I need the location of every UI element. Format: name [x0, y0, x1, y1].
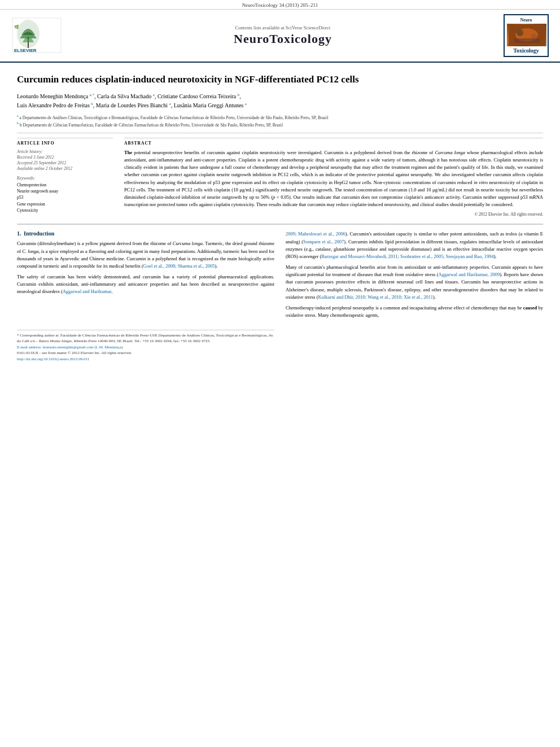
abstract-col: ABSTRACT The potential neuroprotective b…: [124, 138, 543, 217]
article-content: Curcumin reduces cisplatin-induced neuro…: [0, 73, 560, 362]
body-divider: [17, 224, 543, 225]
journal-header: 🌿 ELSEVIER Contents lists available at S…: [0, 10, 560, 63]
abstract-bold-start: The: [124, 150, 132, 155]
affiliation-b: b b Departamento de Ciências Farmacêutic…: [17, 121, 543, 128]
article-history: Article history: Received 3 June 2012 Ac…: [17, 149, 113, 171]
footnote-doi: http://dx.doi.org/10.1016/j.neuro.2012.0…: [17, 356, 274, 362]
received-date: Received 3 June 2012: [17, 155, 113, 160]
svg-rect-10: [514, 38, 540, 43]
available-date: Available online 2 October 2012: [17, 166, 113, 171]
footnote-email: E-mail address: leonardo.meneghin@gmail.…: [17, 344, 274, 351]
footnote-issn: 0161-813X/$ – see front matter © 2012 El…: [17, 350, 274, 356]
history-label: Article history:: [17, 149, 113, 154]
keyword-3: p53: [17, 194, 113, 200]
journal-title: NeuroToxicology: [62, 32, 504, 46]
article-title: Curcumin reduces cisplatin-induced neuro…: [17, 73, 543, 86]
author-list-2: Luis Alexandre Pedro de Freitas b, Maria…: [17, 102, 247, 108]
intro-right-col: 2009; Maheshwari et al., 2006). Curcumin…: [286, 230, 543, 362]
abstract-body: The potential neuroprotective benefits o…: [124, 150, 543, 207]
keyword-2: Neurite outgrowth assay: [17, 188, 113, 194]
svg-text:ELSEVIER: ELSEVIER: [14, 48, 37, 53]
neuro-logo-bottom: Toxicology: [507, 47, 545, 54]
intro-right-para-1: 2009; Maheshwari et al., 2006). Curcumin…: [286, 230, 543, 260]
copyright-text: © 2012 Elsevier Inc. All rights reserved…: [124, 212, 543, 217]
article-info-col: ARTICLE INFO Article history: Received 3…: [17, 138, 113, 217]
author-list: Leonardo Meneghin Mendonça a,*, Carla da…: [17, 93, 241, 99]
journal-citation: NeuroToxicology 34 (2013) 205–211: [242, 2, 318, 8]
elsevier-logo: 🌿 ELSEVIER: [11, 17, 62, 55]
neuro-logo-box: Neuro Toxicology: [504, 14, 549, 57]
svg-text:🌿: 🌿: [14, 24, 19, 29]
abstract-text: The potential neuroprotective benefits o…: [124, 149, 543, 208]
journal-bar: NeuroToxicology 34 (2013) 205–211: [0, 0, 560, 10]
header-center: Contents lists available at SciVerse Sci…: [62, 25, 504, 46]
footnote-section: * Corresponding author at: Faculdade de …: [17, 330, 274, 362]
intro-left-col: 1. Introduction Curcumin (diferuloylmeth…: [17, 230, 274, 362]
sciverse-text: Contents lists available at SciVerse Sci…: [62, 25, 504, 30]
footnote-corresponding: * Corresponding author at: Faculdade de …: [17, 333, 274, 344]
info-abstract-section: ARTICLE INFO Article history: Received 3…: [17, 138, 543, 217]
authors: Leonardo Meneghin Mendonça a,*, Carla da…: [17, 92, 543, 111]
neuro-logo-top: Neuro: [507, 18, 545, 23]
accepted-date: Accepted 25 September 2012: [17, 160, 113, 165]
section-heading: 1. Introduction: [17, 230, 274, 237]
keyword-5: Cytotoxicity: [17, 207, 113, 213]
header-divider: [17, 133, 543, 133]
abstract-label: ABSTRACT: [124, 138, 543, 146]
section-number: 1. Introduction: [17, 230, 54, 237]
keywords-section: Keywords: Chemoprotection Neurite outgro…: [17, 176, 113, 213]
keyword-4: Gene expression: [17, 201, 113, 207]
intro-para-2: The safety of curcumin has been widely d…: [17, 273, 274, 296]
intro-right-para-3: Chemotherapy-induced peripheral neuropat…: [286, 304, 543, 319]
introduction-section: 1. Introduction Curcumin (diferuloylmeth…: [17, 230, 543, 362]
intro-para-1: Curcumin (diferuloylmethane) is a yellow…: [17, 240, 274, 270]
affiliation-a: a a Departamento de Análises Clínicas, T…: [17, 113, 543, 121]
article-info-label: ARTICLE INFO: [17, 138, 113, 146]
intro-right-para-2: Many of curcumin's pharmacological benef…: [286, 264, 543, 301]
neuro-logo-image: [507, 24, 546, 46]
keywords-label: Keywords:: [17, 176, 113, 181]
svg-point-8: [517, 29, 523, 36]
affiliations: a a Departamento de Análises Clínicas, T…: [17, 113, 543, 128]
keyword-1: Chemoprotection: [17, 182, 113, 188]
